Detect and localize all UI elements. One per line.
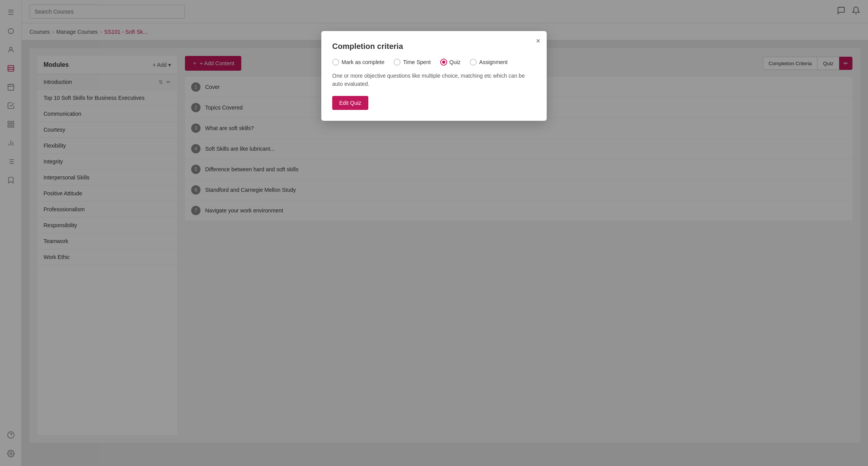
radio-circle [332,59,339,66]
radio-label: Assignment [479,59,507,65]
modal: Completion criteria × Mark as complete T… [321,31,547,121]
radio-label: Quiz [450,59,461,65]
radio-circle [470,59,477,66]
radio-label: Mark as complete [342,59,384,65]
radio-label: Time Spent [403,59,431,65]
modal-title: Completion criteria [332,42,536,51]
radio-circle [440,59,447,66]
radio-option[interactable]: Time Spent [394,59,431,66]
modal-description: One or more objective questions like mul… [332,72,536,88]
radio-group: Mark as complete Time Spent Quiz Assignm… [332,59,536,66]
radio-circle [394,59,401,66]
modal-close-button[interactable]: × [536,37,540,45]
radio-option[interactable]: Mark as complete [332,59,384,66]
radio-option[interactable]: Assignment [470,59,507,66]
edit-quiz-button[interactable]: Edit Quiz [332,96,368,110]
radio-option[interactable]: Quiz [440,59,461,66]
modal-overlay[interactable]: Completion criteria × Mark as complete T… [0,0,868,466]
